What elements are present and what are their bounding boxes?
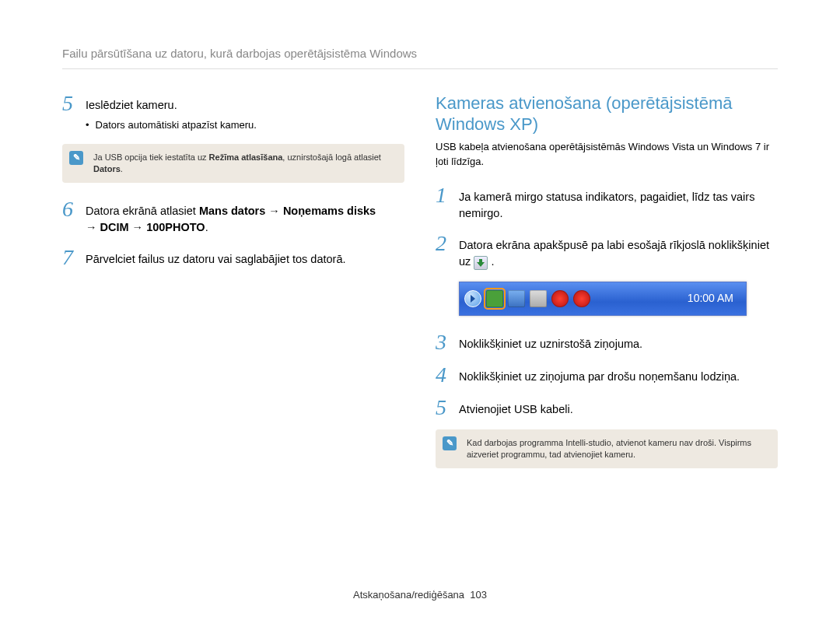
- note-box: ✎ Kad darbojas programma Intelli-studio,…: [436, 429, 778, 469]
- step-number: 7: [62, 247, 76, 268]
- step-number: 2: [436, 233, 450, 270]
- step-r5: 5 Atvienojiet USB kabeli.: [436, 397, 778, 419]
- info-icon: ✎: [69, 151, 83, 165]
- windows-taskbar: 10:00 AM: [459, 282, 747, 316]
- step-number: 3: [436, 331, 450, 353]
- tray-icon[interactable]: [530, 290, 547, 307]
- tray-icon[interactable]: [573, 290, 590, 307]
- section-subtitle: USB kabeļa atvienošana operētājsistēmās …: [436, 140, 778, 170]
- tray-expand-icon[interactable]: [464, 290, 481, 307]
- arrow: →: [129, 221, 147, 233]
- note-text: Ja USB opcija tiek iestatīta uz: [93, 152, 209, 162]
- step-text: .: [205, 221, 208, 233]
- arrow: →: [86, 221, 100, 233]
- path-part: 100PHOTO: [146, 221, 205, 233]
- note-bold: Dators: [93, 164, 121, 173]
- step-6: 6 Datora ekrānā atlasiet Mans dators → N…: [62, 198, 404, 236]
- step-number: 6: [62, 198, 76, 236]
- note-text: .: [121, 164, 123, 173]
- step-r3: 3 Noklikšķiniet uz uznirstošā ziņojuma.: [436, 331, 778, 353]
- step-text: Ieslēdziet kameru.: [86, 99, 177, 111]
- step-text: Noklikšķiniet uz uznirstošā ziņojuma.: [459, 338, 642, 350]
- page-header: Failu pārsūtīšana uz datoru, kurā darboj…: [62, 45, 778, 69]
- left-column: 5 Ieslēdziet kameru. Dators automātiski …: [62, 93, 404, 485]
- path-part: Noņemams disks: [283, 205, 376, 217]
- step-number: 1: [436, 184, 450, 222]
- step-bullet: Dators automātiski atpazīst kameru.: [86, 118, 404, 133]
- note-box: ✎ Ja USB opcija tiek iestatīta uz Režīma…: [62, 144, 404, 184]
- right-column: Kameras atvienošana (operētājsistēmā Win…: [436, 93, 778, 485]
- note-bold: Režīma atlasīšana: [209, 152, 283, 162]
- tray-icon[interactable]: [508, 290, 525, 307]
- step-number: 5: [62, 93, 76, 133]
- step-text: Noklikšķiniet uz ziņojuma par drošu noņe…: [459, 370, 740, 383]
- note-text: , uznirstošajā logā atlasiet: [282, 152, 381, 162]
- step-number: 5: [436, 397, 450, 419]
- step-text: Atvienojiet USB kabeli.: [459, 403, 573, 415]
- path-part: DCIM: [100, 221, 129, 233]
- step-r2: 2 Datora ekrāna apakšpusē pa labi esošaj…: [436, 233, 778, 270]
- step-7: 7 Pārvelciet failus uz datoru vai saglab…: [62, 247, 404, 268]
- taskbar-clock: 10:00 AM: [688, 290, 738, 306]
- step-text: .: [491, 255, 494, 268]
- step-text: Datora ekrānā atlasiet: [86, 205, 199, 217]
- arrow: →: [265, 205, 283, 217]
- safely-remove-tray-icon[interactable]: [486, 290, 503, 307]
- section-title: Kameras atvienošana (operētājsistēmā Win…: [436, 93, 778, 135]
- step-text: Ja kamerā mirgo statusa indikators, paga…: [459, 191, 754, 219]
- path-part: Mans dators: [199, 205, 265, 217]
- step-r1: 1 Ja kamerā mirgo statusa indikators, pa…: [436, 184, 778, 222]
- footer-page: 103: [470, 589, 487, 601]
- step-5: 5 Ieslēdziet kameru. Dators automātiski …: [62, 93, 404, 133]
- page-footer: Atskaņošana/rediģēšana 103: [0, 588, 840, 603]
- step-number: 4: [436, 364, 450, 386]
- bullet-text: Dators automātiski atpazīst kameru.: [96, 118, 257, 133]
- footer-section: Atskaņošana/rediģēšana: [353, 589, 464, 601]
- safely-remove-icon: [474, 256, 488, 270]
- step-r4: 4 Noklikšķiniet uz ziņojuma par drošu no…: [436, 364, 778, 386]
- step-text: Pārvelciet failus uz datoru vai saglabāj…: [86, 253, 346, 265]
- note-text: Kad darbojas programma Intelli-studio, a…: [467, 438, 751, 459]
- step-text: Datora ekrāna apakšpusē pa labi esošajā …: [459, 239, 769, 268]
- volume-tray-icon[interactable]: [551, 290, 569, 307]
- info-icon: ✎: [443, 436, 457, 450]
